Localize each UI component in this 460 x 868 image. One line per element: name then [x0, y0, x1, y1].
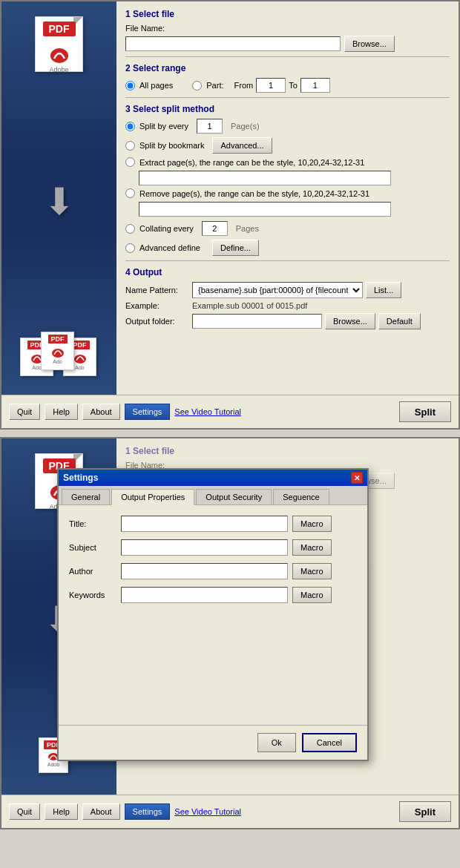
- section3-header: 3 Select split method: [125, 104, 450, 114]
- tab-output-security[interactable]: Output Security: [196, 489, 272, 504]
- split-every-radio[interactable]: [125, 122, 135, 131]
- sep2: [125, 97, 450, 98]
- adobe-small-1: Ado: [32, 365, 41, 370]
- output-browse-button[interactable]: Browse...: [325, 313, 375, 329]
- main-window-2: PDF Adobe ⬇ PDF: [0, 437, 460, 829]
- file-name-row: File Name:: [125, 24, 450, 33]
- from-input[interactable]: [256, 78, 286, 93]
- all-pages-label: All pages: [139, 81, 173, 90]
- quit-button-1[interactable]: Quit: [9, 404, 40, 420]
- video-link-1[interactable]: See Video Tutorial: [174, 407, 241, 416]
- range-inputs: From To: [234, 78, 330, 93]
- file-name-input[interactable]: [125, 36, 341, 51]
- sep1: [125, 56, 450, 57]
- dialog-body: Title: Macro Subject Macro Author Macro …: [59, 505, 367, 725]
- pdf-doc-small-2: PDF Ado: [41, 332, 74, 370]
- tab-output-properties[interactable]: Output Properties: [111, 489, 194, 505]
- output-folder-input[interactable]: [192, 314, 322, 329]
- acrobat-icon-s2: [50, 343, 65, 358]
- adobe-small-2: Ado: [53, 359, 62, 364]
- settings-button-1[interactable]: Settings: [125, 404, 171, 420]
- advanced-define-row: Advanced define Define...: [125, 240, 450, 256]
- collating-input[interactable]: [202, 221, 228, 236]
- acrobat-icon-s3: [73, 349, 88, 364]
- split-button-2[interactable]: Split: [399, 801, 451, 822]
- collating-label: Collating every: [139, 224, 194, 233]
- about-button-1[interactable]: About: [82, 404, 120, 420]
- dialog-tabs: General Output Properties Output Securit…: [59, 486, 367, 505]
- cancel-button[interactable]: Cancel: [302, 733, 357, 752]
- about-button-2[interactable]: About: [82, 803, 120, 820]
- collating-pages: Pages: [236, 224, 259, 233]
- title-field-row: Title: Macro: [69, 516, 357, 532]
- default-button[interactable]: Default: [378, 313, 421, 329]
- list-button[interactable]: List...: [366, 282, 401, 298]
- section2-header: 2 Select range: [125, 63, 450, 73]
- settings-dialog: Settings ✕ General Output Properties Out…: [57, 468, 369, 761]
- keywords-macro-button[interactable]: Macro: [292, 587, 332, 603]
- dialog-spacer: [69, 611, 357, 714]
- author-field-label: Author: [69, 567, 121, 576]
- browse-button-1[interactable]: Browse...: [344, 36, 395, 52]
- file-name-input-row: Browse...: [125, 36, 450, 52]
- adobe-small-3: Ado: [75, 365, 84, 370]
- define-button[interactable]: Define...: [212, 240, 259, 256]
- to-label: To: [289, 81, 298, 90]
- tab-seguence[interactable]: Seguence: [273, 489, 329, 504]
- title-macro-button[interactable]: Macro: [292, 516, 332, 532]
- example-row: Example: Example.sub 00001 of 0015.pdf: [125, 301, 450, 310]
- section1-header: 1 Select file: [125, 9, 450, 19]
- extract-input[interactable]: [139, 171, 391, 185]
- part-radio[interactable]: [192, 81, 202, 91]
- subject-field-input[interactable]: [121, 539, 288, 556]
- quit-button-2[interactable]: Quit: [9, 803, 40, 820]
- author-field-row: Author Macro: [69, 563, 357, 579]
- svg-point-2: [52, 349, 64, 358]
- section1-header-2: 1 Select file: [125, 446, 450, 456]
- ok-button[interactable]: Ok: [257, 733, 296, 752]
- dialog-footer: Ok Cancel: [59, 725, 367, 760]
- help-button-2[interactable]: Help: [45, 803, 78, 820]
- collating-radio[interactable]: [125, 224, 135, 234]
- remove-input[interactable]: [139, 202, 391, 217]
- remove-label: Remove page(s), the range can be the sty…: [139, 189, 369, 198]
- all-pages-row: All pages Part: From To: [125, 78, 450, 93]
- dialog-title: Settings: [63, 473, 98, 483]
- example-label: Example:: [125, 301, 192, 310]
- split-bookmark-radio[interactable]: [125, 141, 135, 151]
- extract-radio[interactable]: [125, 157, 135, 167]
- remove-radio[interactable]: [125, 188, 135, 198]
- svg-point-3: [74, 355, 86, 364]
- toolbar-2: Quit Help About Settings See Video Tutor…: [1, 795, 459, 828]
- title-field-input[interactable]: [121, 516, 288, 532]
- output-folder-row: Output folder: Browse... Default: [125, 313, 450, 329]
- author-field-input[interactable]: [121, 563, 288, 579]
- adobe-text-top: Adobe: [49, 66, 68, 73]
- adobe-small-2-1: Adob: [47, 762, 59, 767]
- file-name-label: File Name:: [125, 24, 185, 33]
- keywords-field-label: Keywords: [69, 591, 121, 599]
- advanced-button[interactable]: Advanced...: [212, 137, 272, 154]
- name-pattern-label: Name Pattern:: [125, 286, 192, 295]
- advanced-define-radio[interactable]: [125, 243, 135, 253]
- all-pages-radio[interactable]: [125, 81, 135, 91]
- tab-general[interactable]: General: [62, 489, 110, 504]
- output-folder-label: Output folder:: [125, 317, 192, 326]
- split-every-label: Split by every: [139, 122, 188, 131]
- extract-row: Extract page(s), the range can be the st…: [125, 157, 450, 167]
- settings-button-2[interactable]: Settings: [125, 803, 171, 820]
- subject-macro-button[interactable]: Macro: [292, 539, 332, 556]
- down-arrow-icon: ⬇: [44, 183, 75, 220]
- keywords-field-input[interactable]: [121, 587, 288, 603]
- split-every-input[interactable]: [197, 119, 223, 134]
- help-button-1[interactable]: Help: [45, 404, 78, 420]
- pattern-select[interactable]: {basename}.sub {part:00000} of {filecoun…: [192, 282, 363, 298]
- video-link-2[interactable]: See Video Tutorial: [174, 807, 241, 816]
- content-area-1: 1 Select file File Name: Browse... 2 Sel…: [116, 1, 459, 395]
- author-macro-button[interactable]: Macro: [292, 563, 332, 579]
- split-button-1[interactable]: Split: [399, 401, 451, 422]
- dialog-close-button[interactable]: ✕: [351, 472, 363, 484]
- part-label: Part:: [206, 81, 223, 90]
- to-input[interactable]: [300, 78, 330, 93]
- pdf-docs-bottom: PDF Ado PDF Ado PDF: [20, 332, 98, 380]
